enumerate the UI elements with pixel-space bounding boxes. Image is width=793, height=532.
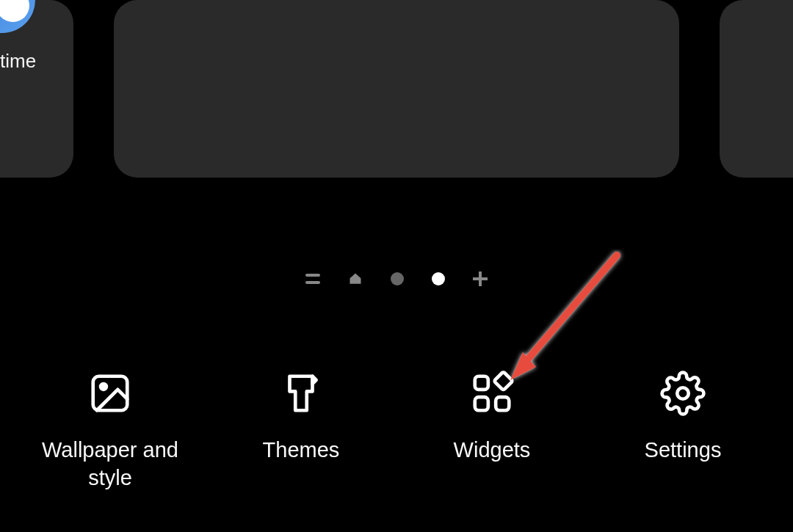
svg-rect-5 xyxy=(494,371,513,390)
app-icon-partial xyxy=(0,0,35,33)
page-preview-right[interactable] xyxy=(720,0,793,178)
widgets-label: Widgets xyxy=(454,437,531,464)
home-icon xyxy=(348,272,363,286)
page-preview-center[interactable] xyxy=(114,0,679,178)
page-dot-2[interactable] xyxy=(432,272,445,285)
hamburger-icon xyxy=(305,274,320,284)
themes-icon xyxy=(278,371,324,416)
themes-label: Themes xyxy=(263,437,340,464)
settings-button[interactable]: Settings xyxy=(591,371,775,464)
plus-icon xyxy=(473,272,488,286)
add-page-button[interactable] xyxy=(473,272,488,286)
wallpaper-icon xyxy=(87,371,133,416)
home-editor-menu: Wallpaper and style Themes Widgets xyxy=(0,371,793,492)
page-preview-left[interactable]: time xyxy=(0,0,73,178)
wallpaper-label: Wallpaper and style xyxy=(18,437,202,492)
dot-inactive-icon xyxy=(391,272,404,285)
settings-icon xyxy=(660,371,706,416)
app-label: time xyxy=(0,50,36,73)
widgets-button[interactable]: Widgets xyxy=(400,371,584,464)
settings-label: Settings xyxy=(645,437,722,464)
svg-rect-2 xyxy=(475,376,488,390)
widgets-icon xyxy=(469,371,515,416)
dot-active-icon xyxy=(432,272,445,285)
svg-rect-4 xyxy=(496,397,509,410)
home-pages-carousel[interactable]: time xyxy=(0,0,793,178)
drawer-indicator[interactable] xyxy=(305,274,320,284)
svg-point-1 xyxy=(101,384,106,390)
svg-rect-3 xyxy=(475,397,488,410)
page-dot-1[interactable] xyxy=(391,272,404,285)
themes-button[interactable]: Themes xyxy=(209,371,393,464)
wallpaper-style-button[interactable]: Wallpaper and style xyxy=(18,371,202,492)
svg-point-6 xyxy=(677,387,689,399)
page-indicators xyxy=(0,272,793,286)
home-page-indicator[interactable] xyxy=(348,272,363,286)
